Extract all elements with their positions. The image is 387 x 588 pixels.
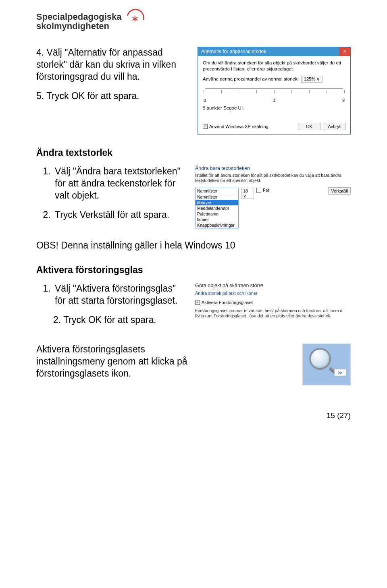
logo-wordmark: Specialpedagogiska skolmyndigheten — [36, 12, 122, 31]
heading-change-text-size: Ändra textstorlek — [36, 147, 351, 158]
text-size-panel: Ändra bara textstorleken Istället för at… — [195, 166, 351, 228]
percent-label: Använd denna procentandel av normal stor… — [203, 77, 299, 81]
slider-tick-0: 0 — [204, 98, 206, 103]
mg-heading: Göra objekt på skärmen större — [195, 283, 351, 288]
ok-button[interactable]: OK — [298, 123, 320, 130]
close-icon[interactable]: × — [339, 47, 350, 56]
ts-option[interactable]: Meddelanderutor — [196, 205, 238, 211]
ts-heading: Ändra bara textstorleken — [195, 166, 351, 171]
apply-button[interactable]: Verkställ — [328, 187, 351, 195]
ts-option[interactable]: Palettnamn — [196, 211, 238, 217]
textsize-step-2: Tryck Verkställ för att spara. — [53, 209, 184, 221]
instruction-step-4: 4. Välj "Alternativ för anpassad storlek… — [36, 47, 186, 83]
mg-activate-checkbox[interactable]: ✓ Aktivera Förstoringsglaset — [195, 300, 253, 305]
mg-resize-link[interactable]: Ändra storlek på text och ikoner — [195, 291, 351, 296]
xp-scaling-checkbox[interactable]: ✓ Använd Windows XP-skalning — [203, 124, 268, 129]
ts-object-dropdown[interactable]: Namnlister Namnlister Menyer Meddelander… — [195, 188, 239, 228]
magnifier-icon-tile: ≫ — [302, 344, 351, 385]
ts-selected: Namnlister — [196, 188, 238, 194]
sample-text: 9 punkter Segoe UI. — [203, 105, 345, 111]
magnifier-step-1: Välj "Aktivera förstoringsglas" för att … — [53, 283, 184, 307]
magnifier-step-2: 2. Tryck OK för att spara. — [36, 314, 184, 326]
mg-activate-label: Aktivera Förstoringsglaset — [202, 300, 253, 305]
ts-option[interactable]: Menyer — [196, 200, 238, 205]
mg-description: Förstoringsglaset zoomar in var som hels… — [195, 308, 351, 319]
custom-size-dialog: Alternativ för anpassad storlek × Om du … — [198, 47, 351, 135]
textsize-step-1: Välj "Ändra bara textstorleken" för att … — [53, 166, 184, 202]
dialog-description: Om du vill ändra storleken för alla obje… — [203, 60, 345, 72]
logo-mark-icon: ✶ — [125, 7, 148, 30]
logo-line2: skolmyndigheten — [36, 21, 109, 31]
slider-tick-1: 1 — [273, 98, 275, 103]
ts-size-select[interactable]: 18 ∨ — [241, 188, 254, 199]
ts-option[interactable]: Knappbeskrivningar — [196, 222, 238, 228]
xp-scaling-label: Använd Windows XP-skalning — [209, 124, 268, 129]
magnifier-panel: Göra objekt på skärmen större Ändra stor… — [195, 283, 351, 319]
page-number: 15 (27) — [36, 411, 351, 420]
note-text: OBS! Denna inställning gäller i hela Win… — [36, 240, 351, 252]
magnifier-expand-icon[interactable]: ≫ — [334, 369, 346, 376]
scale-slider[interactable] — [204, 86, 345, 97]
magnifier-settings-instruction: Aktivera förstoringsglasets inställnings… — [36, 344, 188, 380]
ts-option[interactable]: Ikoner — [196, 217, 238, 222]
ts-option[interactable]: Namnlister — [196, 194, 238, 200]
instruction-step-5: 5. Tryck OK för att spara. — [36, 90, 186, 102]
percent-select[interactable]: 125% ∨ — [301, 76, 322, 83]
slider-tick-2: 2 — [342, 98, 345, 103]
ts-description: Istället för att ändra storleken för all… — [195, 173, 351, 183]
magnifier-icon[interactable] — [309, 348, 333, 371]
logo: Specialpedagogiska skolmyndigheten ✶ — [36, 12, 351, 31]
heading-activate-magnifier: Aktivera förstoringsglas — [36, 265, 351, 275]
cancel-button[interactable]: Avbryt — [323, 123, 345, 130]
dialog-title: Alternativ för anpassad storlek — [198, 49, 339, 54]
logo-line1: Specialpedagogiska — [36, 12, 122, 22]
ts-bold-checkbox[interactable]: Fet — [256, 188, 269, 193]
ts-bold-label: Fet — [263, 188, 269, 193]
